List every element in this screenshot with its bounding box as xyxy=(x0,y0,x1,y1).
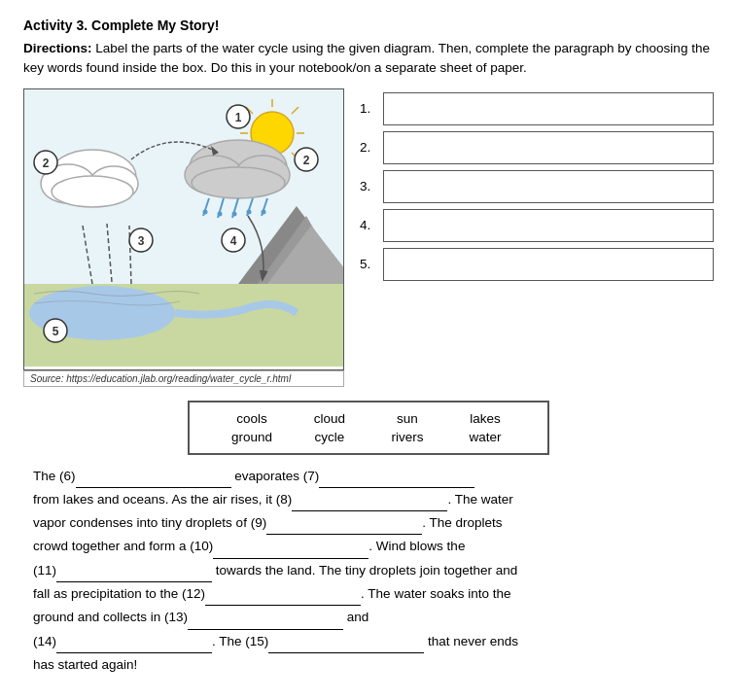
answer-row-3: 3. xyxy=(360,170,714,203)
word-rivers: rivers xyxy=(368,429,446,445)
diagram-container: 1 2 xyxy=(23,88,344,387)
para-text-13-post: and xyxy=(343,610,368,624)
para-text-11-post: towards the land. The tiny droplets join… xyxy=(212,563,517,578)
answer-number-3: 3. xyxy=(360,179,377,193)
blank-7[interactable] xyxy=(319,472,474,488)
word-ground: ground xyxy=(213,429,291,445)
word-cloud: cloud xyxy=(291,410,368,427)
blank-15[interactable] xyxy=(268,638,424,653)
diagram-svg: 1 2 xyxy=(24,89,344,367)
para-text-14-post: that never ends xyxy=(424,634,518,648)
svg-text:1: 1 xyxy=(235,111,242,124)
answer-input-4[interactable] xyxy=(383,209,714,242)
svg-point-28 xyxy=(192,167,285,198)
blank-12[interactable] xyxy=(205,590,361,606)
word-grid: cools cloud sun lakes ground cycle river… xyxy=(213,410,524,445)
word-lakes: lakes xyxy=(446,410,524,427)
para-text-7-pre: evaporates (7) xyxy=(231,469,320,483)
answer-number-5: 5. xyxy=(360,257,377,271)
answer-boxes: 1. 2. 3. 4. 5. xyxy=(360,88,714,387)
para-text-14-pre: (14) xyxy=(33,634,56,648)
para-text-6-pre: The (6) xyxy=(33,469,76,483)
svg-point-34 xyxy=(203,209,208,214)
word-box-container: cools cloud sun lakes ground cycle river… xyxy=(23,401,714,455)
blank-11[interactable] xyxy=(56,567,212,582)
activity-title: Activity 3. Complete My Story! xyxy=(23,18,714,33)
para-text-end: has started again! xyxy=(33,657,137,672)
answer-input-3[interactable] xyxy=(383,170,714,203)
answer-number-2: 2. xyxy=(360,140,377,155)
word-sun: sun xyxy=(368,410,446,427)
directions-text: Label the parts of the water cycle using… xyxy=(23,41,710,75)
para-text-12-pre: fall as precipitation to the (12) xyxy=(33,586,205,601)
word-box: cools cloud sun lakes ground cycle river… xyxy=(188,401,549,455)
para-text-12-post: . The water soaks into the xyxy=(361,586,510,601)
para-line-1: The (6) evaporates (7) xyxy=(33,465,704,488)
para-line-8: (14). The (15) that never ends xyxy=(33,630,704,653)
answer-input-2[interactable] xyxy=(383,131,714,164)
svg-point-36 xyxy=(232,211,237,216)
diagram-box: 1 2 xyxy=(23,88,344,370)
para-text-10-post: . Wind blows the xyxy=(368,539,465,553)
blank-14[interactable] xyxy=(56,638,212,653)
word-cools: cools xyxy=(213,410,291,427)
svg-point-38 xyxy=(262,209,266,214)
word-water: water xyxy=(446,429,524,445)
para-line-6: fall as precipitation to the (12). The w… xyxy=(33,582,704,606)
blank-9[interactable] xyxy=(266,519,422,535)
svg-point-35 xyxy=(218,211,223,216)
diagram-source: Source: https://education.jlab.org/readi… xyxy=(23,370,344,387)
svg-point-22 xyxy=(52,176,133,207)
para-line-9: has started again! xyxy=(33,653,704,677)
answer-row-2: 2. xyxy=(360,131,714,164)
para-text-9-pre: vapor condenses into tiny droplets of (9… xyxy=(33,515,266,530)
answer-row-1: 1. xyxy=(360,92,714,125)
answer-number-1: 1. xyxy=(360,101,377,116)
answer-input-5[interactable] xyxy=(383,248,714,281)
para-line-4: crowd together and form a (10). Wind blo… xyxy=(33,535,704,558)
para-line-3: vapor condenses into tiny droplets of (9… xyxy=(33,511,704,535)
para-text-10-pre: crowd together and form a (10) xyxy=(33,539,213,553)
para-text-9-post: . The droplets xyxy=(422,515,502,530)
para-text-8-post: . The water xyxy=(447,492,512,507)
blank-6[interactable] xyxy=(76,472,231,488)
para-line-5: (11) towards the land. The tiny droplets… xyxy=(33,559,704,582)
word-cycle: cycle xyxy=(291,429,368,445)
paragraph-section: The (6) evaporates (7) from lakes and oc… xyxy=(23,465,714,678)
para-text-13-pre: ground and collects in (13) xyxy=(33,610,188,624)
svg-text:4: 4 xyxy=(230,234,237,248)
svg-text:2: 2 xyxy=(43,157,50,170)
answer-number-4: 4. xyxy=(360,218,377,232)
svg-text:5: 5 xyxy=(53,325,59,338)
blank-13[interactable] xyxy=(188,614,343,630)
para-text-11-pre: (11) xyxy=(33,563,56,578)
main-section: 1 2 xyxy=(23,88,714,387)
svg-text:3: 3 xyxy=(138,234,145,248)
para-line-2: from lakes and oceans. As the air rises,… xyxy=(33,488,704,511)
para-text-8-pre: from lakes and oceans. As the air rises,… xyxy=(33,492,292,507)
directions-bold: Directions: xyxy=(23,41,92,55)
directions: Directions: Label the parts of the water… xyxy=(23,39,714,79)
svg-text:2: 2 xyxy=(303,154,310,167)
answer-row-4: 4. xyxy=(360,209,714,242)
blank-8[interactable] xyxy=(292,496,447,511)
svg-point-37 xyxy=(247,209,252,214)
answer-input-1[interactable] xyxy=(383,92,714,125)
blank-10[interactable] xyxy=(213,543,368,559)
answer-row-5: 5. xyxy=(360,248,714,281)
para-text-14-mid: . The (15) xyxy=(212,634,268,648)
para-line-7: ground and collects in (13) and xyxy=(33,606,704,629)
